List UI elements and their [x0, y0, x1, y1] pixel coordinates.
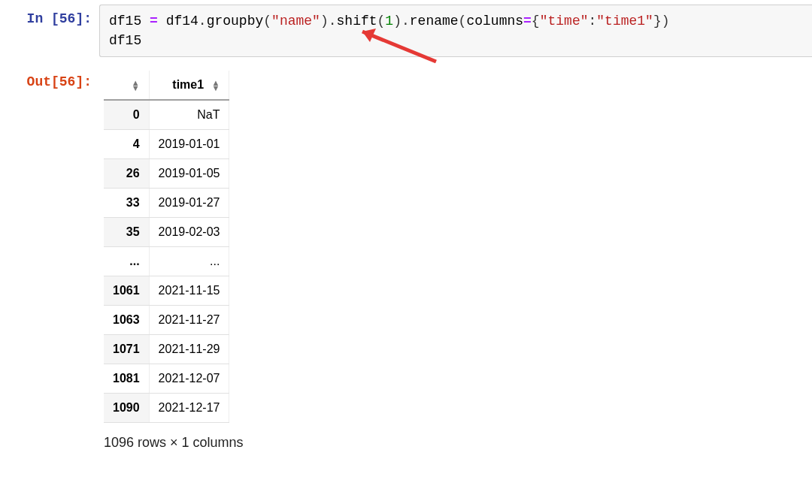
code-token: "name" — [271, 14, 320, 29]
table-row: 332019-01-27 — [104, 189, 229, 218]
row-index: 1061 — [104, 276, 149, 306]
sort-icon: ▲▼ — [212, 80, 220, 90]
row-index: 35 — [104, 218, 149, 247]
cell-value: 2019-02-03 — [149, 218, 229, 247]
column-header-time1[interactable]: time1 ▲▼ — [149, 71, 229, 100]
header-row: ▲▼ time1 ▲▼ — [104, 71, 229, 100]
row-index: 1063 — [104, 306, 149, 335]
code-token: : — [588, 14, 596, 29]
cell-value: 2021-11-27 — [149, 306, 229, 335]
output-area: ▲▼ time1 ▲▼ 0NaT 42019-01-01 262019-01-0… — [99, 68, 812, 451]
index-header[interactable]: ▲▼ — [104, 71, 149, 100]
code-token: ( — [459, 14, 467, 29]
row-index: 33 — [104, 189, 149, 218]
code-token: 1 — [385, 14, 393, 29]
code-token: df15 — [109, 33, 141, 48]
code-token: . — [329, 14, 337, 29]
sort-icon: ▲▼ — [132, 80, 140, 90]
code-token: groupby — [207, 14, 264, 29]
code-token: . — [198, 14, 207, 29]
code-token: ) — [320, 14, 329, 29]
code-token: = — [523, 14, 532, 29]
row-index: ... — [104, 247, 149, 276]
cell-value: 2019-01-05 — [149, 159, 229, 189]
dataframe-table: ▲▼ time1 ▲▼ 0NaT 42019-01-01 262019-01-0… — [104, 71, 229, 423]
row-index: 1081 — [104, 364, 149, 394]
code-token: "time1" — [596, 14, 653, 29]
cell-value: 2021-11-29 — [149, 335, 229, 364]
code-token: = — [141, 14, 165, 29]
code-token: . — [401, 14, 410, 29]
cell-value: 2021-12-07 — [149, 364, 229, 394]
code-token: ) — [662, 14, 670, 29]
code-cell[interactable]: df15 = df14.groupby("name").shift(1).ren… — [99, 5, 812, 57]
column-header-label: time1 — [172, 78, 204, 91]
table-row: 262019-01-05 — [104, 159, 229, 189]
input-cell-row: In [56]: df15 = df14.groupby("name").shi… — [0, 5, 812, 57]
table-row: 10712021-11-29 — [104, 335, 229, 364]
table-row: 10632021-11-27 — [104, 306, 229, 335]
cell-value: 2021-11-15 — [149, 276, 229, 306]
row-index: 1071 — [104, 335, 149, 364]
out-prompt: Out[56]: — [0, 68, 99, 91]
cell-value: 2021-12-17 — [149, 394, 229, 423]
cell-value: NaT — [149, 100, 229, 130]
row-index: 26 — [104, 159, 149, 189]
cell-value: 2019-01-27 — [149, 189, 229, 218]
table-row: 352019-02-03 — [104, 218, 229, 247]
code-token: } — [653, 14, 662, 29]
row-index: 0 — [104, 100, 149, 130]
dataframe-summary: 1096 rows × 1 columns — [104, 435, 812, 451]
table-row: 0NaT — [104, 100, 229, 130]
code-token: df15 — [109, 14, 141, 29]
code-token: { — [532, 14, 540, 29]
table-row: 42019-01-01 — [104, 130, 229, 159]
row-index: 1090 — [104, 394, 149, 423]
cell-value: ... — [149, 247, 229, 276]
code-token: df14 — [166, 14, 198, 29]
row-index: 4 — [104, 130, 149, 159]
cell-value: 2019-01-01 — [149, 130, 229, 159]
in-prompt: In [56]: — [0, 5, 99, 28]
table-row: ...... — [104, 247, 229, 276]
table-row: 10612021-11-15 — [104, 276, 229, 306]
code-token: columns — [466, 14, 523, 29]
table-row: 10902021-12-17 — [104, 394, 229, 423]
code-token: ( — [263, 14, 271, 29]
code-token: rename — [410, 14, 459, 29]
code-token: shift — [337, 14, 377, 29]
code-token: ( — [377, 14, 386, 29]
table-row: 10812021-12-07 — [104, 364, 229, 394]
code-token: ) — [393, 14, 401, 29]
output-cell-row: Out[56]: ▲▼ time1 ▲▼ 0NaT — [0, 68, 812, 451]
code-token: "time" — [540, 14, 589, 29]
